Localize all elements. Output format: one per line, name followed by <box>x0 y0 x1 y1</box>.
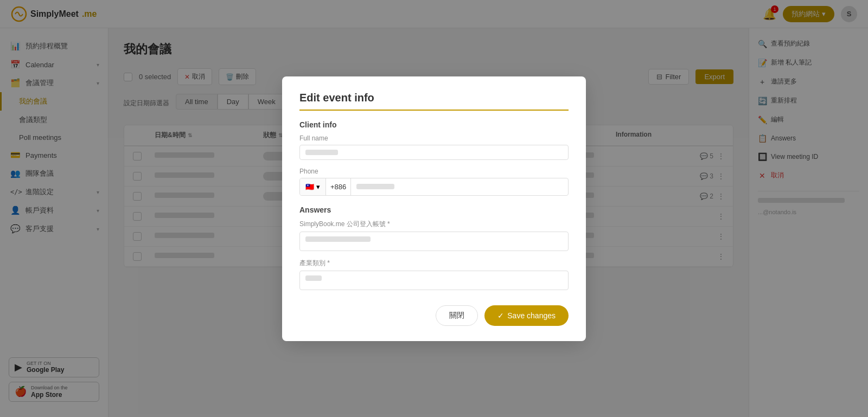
full-name-field-group: Full name <box>299 134 569 160</box>
answer2-field-group: 產業類別 * <box>299 259 569 290</box>
phone-flag-selector[interactable]: 🇹🇼 ▾ <box>300 178 326 195</box>
answer1-label: SimplyBook.me 公司登入帳號 * <box>299 220 569 229</box>
client-info-section: Client info <box>299 120 569 129</box>
modal-title: Edit event info <box>299 92 569 111</box>
answers-section: Answers <box>299 206 569 214</box>
save-changes-btn[interactable]: ✓ Save changes <box>484 305 569 326</box>
close-modal-btn[interactable]: 關閉 <box>436 305 478 326</box>
edit-event-modal: Edit event info Client info Full name Ph… <box>282 76 586 341</box>
checkmark-icon: ✓ <box>497 311 504 320</box>
phone-field-group: Phone 🇹🇼 ▾ +886 <box>299 168 569 196</box>
full-name-label: Full name <box>299 134 569 142</box>
dropdown-arrow-icon: ▾ <box>316 183 320 191</box>
modal-footer: 關閉 ✓ Save changes <box>299 305 569 326</box>
phone-row: 🇹🇼 ▾ +886 <box>299 178 569 196</box>
phone-label: Phone <box>299 168 569 175</box>
answer2-label: 產業類別 * <box>299 259 569 268</box>
flag-icon: 🇹🇼 <box>305 183 314 191</box>
phone-code: +886 <box>326 178 351 195</box>
answer1-field-group: SimplyBook.me 公司登入帳號 * <box>299 220 569 251</box>
